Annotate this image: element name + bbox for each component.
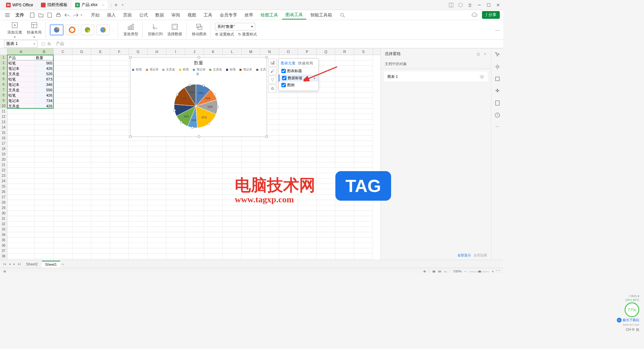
select-data-button[interactable]: 选择数据 <box>166 22 183 37</box>
col-header[interactable]: E <box>91 48 110 55</box>
cursor-icon[interactable] <box>494 52 500 58</box>
menu-view[interactable]: 视图 <box>184 11 200 19</box>
fx-icon[interactable]: fx <box>48 42 51 46</box>
tab-dao[interactable]: 找稻壳模板 <box>38 1 71 9</box>
pie-chart[interactable]: 565426526873346556426734426 <box>130 78 267 138</box>
menu-draw-tools[interactable]: 绘图工具 <box>257 11 281 19</box>
tab-wps[interactable]: WWPS Office <box>3 1 37 9</box>
menu-start[interactable]: 开始 <box>88 11 103 19</box>
col-header[interactable]: I <box>166 48 185 55</box>
move-chart-button[interactable]: 移动图表 <box>191 22 208 37</box>
col-header[interactable]: Q <box>317 48 335 55</box>
sheet-nav-last[interactable]: ▸| <box>17 262 22 266</box>
col-header[interactable]: O <box>279 48 298 55</box>
menu-smart-tools[interactable]: 智能工具箱 <box>307 11 335 19</box>
popup-item-title[interactable]: 图表标题 <box>279 67 318 74</box>
chart-object[interactable]: 数量 铅笔 笔记本 文具盒 铅笔 笔记本 文具盒 铅笔 笔记本 文具盒 5654… <box>130 57 267 137</box>
chart-style-2[interactable] <box>65 24 79 35</box>
chart-title-checkbox[interactable] <box>281 69 286 73</box>
ribbon-collapse[interactable]: — <box>495 27 500 33</box>
search-icon[interactable] <box>339 12 345 18</box>
switch-rowcol-button[interactable]: 切换行列 <box>147 22 164 37</box>
share-button[interactable]: ⤴分享 <box>482 11 500 19</box>
maximize-icon[interactable] <box>486 3 491 7</box>
reset-style-link[interactable]: ↻重置样式 <box>238 32 257 37</box>
view-pagelayout-icon[interactable]: ▭ <box>444 270 447 272</box>
menu-member[interactable]: 会员专享 <box>216 11 240 19</box>
undo-icon[interactable] <box>64 12 70 18</box>
formula-input[interactable]: 产品 <box>54 41 503 47</box>
menu-formula[interactable]: 公式 <box>136 11 151 19</box>
col-header[interactable]: J <box>185 48 204 55</box>
chart-style-1[interactable] <box>50 24 63 35</box>
redo-icon[interactable] <box>73 12 79 18</box>
settings-icon[interactable] <box>494 64 500 70</box>
chart-filter-button[interactable]: ▽ <box>268 76 276 84</box>
visibility-icon[interactable] <box>480 74 484 79</box>
chart-elements-button[interactable]: 📊 <box>268 58 276 66</box>
col-header[interactable]: B <box>35 48 54 55</box>
avatar-icon[interactable] <box>468 3 472 7</box>
help-icon[interactable]: ? <box>494 112 500 118</box>
popup-item-legend[interactable]: 图例 <box>279 82 318 89</box>
fullscreen-icon[interactable]: ⛶ <box>496 270 500 272</box>
col-header[interactable]: C <box>54 48 72 55</box>
chart-legend[interactable]: 铅笔 笔记本 文具盒 铅笔 笔记本 文具盒 铅笔 笔记本 文具盒 <box>130 66 267 78</box>
col-header[interactable]: K <box>204 48 223 55</box>
hide-all-link[interactable]: 全部隐藏 <box>474 253 487 257</box>
pin-icon[interactable] <box>476 52 480 56</box>
open-icon[interactable] <box>38 12 44 18</box>
col-header[interactable]: D <box>72 48 91 55</box>
chart-style-3[interactable] <box>81 24 94 35</box>
view-pagebreak-icon[interactable]: ▤ <box>438 270 441 272</box>
chart-style-button[interactable]: 🖌 <box>268 67 276 75</box>
menu-chart-tools[interactable]: 图表工具 <box>282 10 306 19</box>
tab-file[interactable]: S产品.xlsx○ <box>72 1 108 9</box>
zoom-out[interactable]: − <box>464 270 466 272</box>
book-icon[interactable] <box>494 100 500 106</box>
cube-icon[interactable] <box>458 3 463 7</box>
hamburger-icon[interactable] <box>4 12 10 18</box>
close-icon[interactable] <box>483 52 487 56</box>
sheet-nav-first[interactable]: |◂ <box>2 262 7 266</box>
close-icon[interactable] <box>496 3 500 7</box>
layers-icon[interactable] <box>494 76 500 82</box>
sheet-area[interactable]: A B C D E F G H I J K L M N O P Q R S 1产… <box>0 48 380 260</box>
menu-review[interactable]: 审阅 <box>168 11 183 19</box>
menu-tools[interactable]: 工具 <box>200 11 216 19</box>
new-icon[interactable] <box>29 12 35 18</box>
sheet-nav-prev[interactable]: ◂ <box>8 262 12 266</box>
cloud-icon[interactable] <box>472 12 478 18</box>
col-header[interactable]: N <box>260 48 279 55</box>
cancel-fx-icon[interactable] <box>41 42 46 46</box>
zoom-in[interactable]: + <box>492 270 494 272</box>
col-header[interactable]: P <box>298 48 317 55</box>
series-select[interactable]: 系列"数量"▾ <box>215 23 255 31</box>
popup-tab-layout[interactable]: 快速布局 <box>298 61 313 66</box>
col-header[interactable]: S <box>354 48 373 55</box>
col-header[interactable]: F <box>110 48 129 55</box>
quick-layout-button[interactable]: 快速布局▾ <box>25 20 43 39</box>
pane-object-item[interactable]: 图表 1 <box>384 71 488 82</box>
popup-tab-elements[interactable]: 图表元素 <box>281 61 296 66</box>
sheet-tab-1[interactable]: Sheet1 <box>42 261 60 267</box>
menu-page[interactable]: 页面 <box>120 11 135 19</box>
sparkle-icon[interactable] <box>494 88 500 94</box>
layout-icon[interactable] <box>449 3 453 7</box>
save-icon[interactable] <box>47 12 53 18</box>
change-type-button[interactable]: 更改类型 <box>122 22 140 37</box>
view-normal-icon[interactable]: ▦ <box>432 270 435 272</box>
sheet-tab-2[interactable]: Sheet2 <box>23 261 41 267</box>
col-header[interactable]: M <box>241 48 260 55</box>
popup-item-datalabels[interactable]: 数据标签▸ <box>279 74 318 82</box>
zoom-value[interactable]: 100% <box>453 270 462 272</box>
more-icon[interactable]: ⋯ <box>495 124 499 129</box>
col-header[interactable]: R <box>335 48 354 55</box>
print-icon[interactable] <box>55 12 61 18</box>
menu-file[interactable]: 文件 <box>12 11 28 19</box>
chart-style-4[interactable] <box>96 24 110 35</box>
select-all-corner[interactable] <box>0 48 7 55</box>
sheet-nav-next[interactable]: ▸ <box>12 262 16 266</box>
chart-settings-button[interactable]: ⚙ <box>268 85 276 93</box>
col-header[interactable]: H <box>148 48 166 55</box>
